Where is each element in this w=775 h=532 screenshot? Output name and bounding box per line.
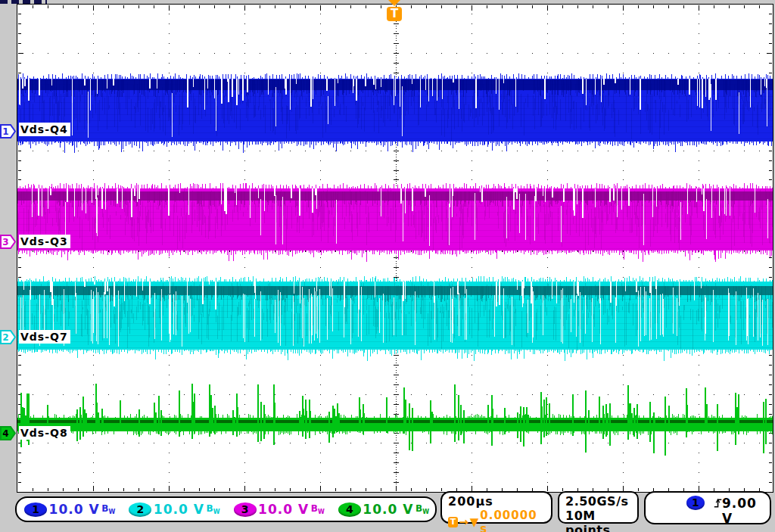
svg-text:1: 1 (2, 126, 8, 137)
down-marker-glyph: ▼ (470, 515, 480, 529)
trigger-t-icon: T (387, 7, 402, 21)
ch2-scale: 10.0 V (154, 502, 204, 517)
channel-position-marker-ch1[interactable]: 1 (0, 123, 16, 139)
ch2-bandwidth-icon: BW (207, 503, 220, 515)
svg-text:4: 4 (2, 428, 8, 439)
svg-text:3: 3 (2, 237, 8, 247)
oscilloscope-screen: Vds-Q4 Vds-Q3 Vds-Q7 Vds-Q8 1 3 2 4 T 1 … (0, 0, 775, 532)
ch1-badge: 1 (24, 502, 47, 517)
channel-position-marker-ch2[interactable]: 2 (0, 329, 16, 345)
waveform-ch1 (17, 73, 773, 153)
ch2-badge: 2 (129, 502, 151, 517)
channel-readout-bar: 1 10.0 V BW 2 10.0 V BW 3 10.0 V BW 4 10… (15, 496, 437, 522)
trigger-t-icon-small: T (448, 517, 458, 527)
ch3-readout[interactable]: 3 10.0 V BW (226, 502, 331, 517)
channel-position-marker-ch3[interactable]: 3 (0, 234, 16, 250)
channel-position-marker-ch4[interactable]: 4 (0, 425, 16, 441)
channel-label-ch4: Vds-Q8 (19, 426, 70, 440)
waveform-ch2 (17, 276, 773, 361)
timebase-scale: 200µs (448, 494, 545, 509)
arrow-glyph: → (459, 515, 469, 529)
ch1-readout[interactable]: 1 10.0 V BW (17, 502, 121, 517)
trigger-time-line: T → ▼ 0.00000 s (448, 509, 545, 532)
acquisition-readout[interactable]: 2.50GS/s 10M points (558, 491, 639, 524)
ch4-readout[interactable]: 4 10.0 V BW (331, 502, 435, 517)
ch4-marker-arrow-icon: 4 (0, 425, 16, 441)
graticule-area (17, 4, 773, 493)
waveform-display (17, 5, 773, 492)
ch1-scale: 10.0 V (49, 502, 100, 517)
svg-text:2: 2 (2, 332, 8, 343)
ch4-bandwidth-icon: BW (416, 503, 429, 515)
ch3-scale: 10.0 V (258, 502, 309, 517)
ch3-badge: 3 (234, 502, 257, 517)
channel-label-ch3: Vds-Q3 (19, 235, 70, 248)
ch2-marker-arrow-icon: 2 (0, 329, 16, 345)
ch1-marker-arrow-icon: 1 (0, 123, 16, 139)
timebase-readout[interactable]: 200µs T → ▼ 0.00000 s (440, 491, 552, 524)
rising-edge-icon (714, 496, 722, 510)
trigger-source-badge: 1 (686, 496, 705, 510)
channel-label-ch1: Vds-Q4 (19, 123, 70, 136)
channel-label-ch2: Vds-Q7 (19, 330, 70, 344)
sample-rate: 2.50GS/s (565, 494, 631, 509)
record-length: 10M points (565, 509, 631, 532)
ch3-bandwidth-icon: BW (311, 503, 325, 515)
trigger-time-value: 0.00000 s (480, 509, 545, 532)
trigger-readout[interactable]: 1 9.00 V (644, 491, 771, 524)
ch4-badge: 4 (338, 502, 361, 517)
trigger-level: 9.00 V (722, 496, 762, 526)
waveform-ch3 (17, 183, 773, 262)
trigger-arrow-icon (388, 0, 400, 6)
ch3-marker-arrow-icon: 3 (0, 234, 16, 250)
trigger-position-marker[interactable]: T (385, 0, 403, 21)
ch2-readout[interactable]: 2 10.0 V BW (121, 502, 226, 517)
ch1-bandwidth-icon: BW (101, 503, 115, 515)
ch4-scale: 10.0 V (363, 502, 413, 517)
